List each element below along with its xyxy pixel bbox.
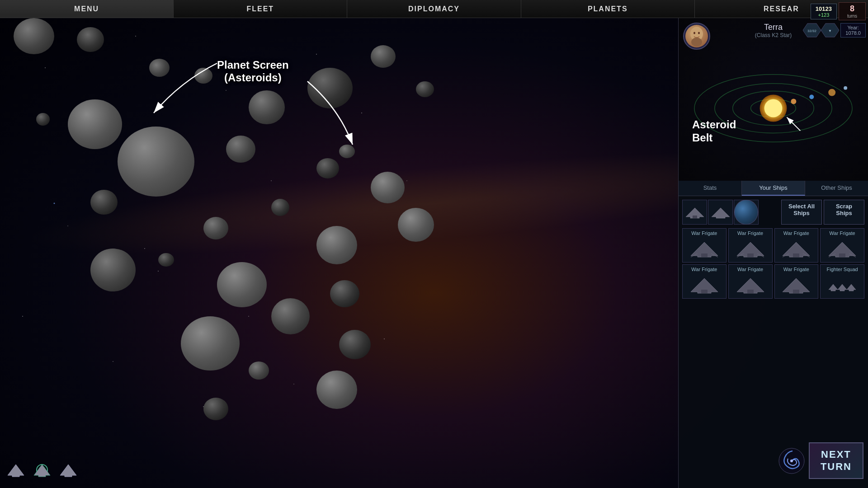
asteroid <box>371 172 405 203</box>
turns-label: turns <box>844 14 861 19</box>
ship-card-img-8 <box>824 274 860 296</box>
ship-card-name-7: War Frigate <box>777 267 816 272</box>
asteroid <box>371 45 396 68</box>
tabs-bar: Stats Your Ships Other Ships <box>679 181 868 196</box>
next-turn-line2: TURN <box>821 461 852 473</box>
ship-card-1[interactable]: War Frigate <box>682 228 726 263</box>
svg-rect-22 <box>693 216 697 218</box>
asteroid <box>316 226 357 264</box>
frigate-icon-5 <box>689 276 720 294</box>
asteroid <box>339 330 371 359</box>
tab-stats[interactable]: Stats <box>679 181 742 196</box>
ship-thumb-icon-2 <box>709 206 732 219</box>
frigate-icon-1 <box>689 240 720 258</box>
svg-point-55 <box>790 460 793 462</box>
ship-card-img-5 <box>686 274 722 296</box>
solar-system-view: Terra (Class K2 Star) <box>679 18 868 181</box>
svg-point-15 <box>764 99 783 117</box>
bl-ship-3 <box>57 461 80 479</box>
nav-menu[interactable]: MENU <box>0 0 174 18</box>
globe-thumb[interactable] <box>734 200 759 225</box>
fighter-squad-icon <box>826 276 858 294</box>
ship-thumb-icon-1 <box>684 206 706 219</box>
ship-thumb-2[interactable] <box>708 200 733 225</box>
asteroid <box>36 113 50 126</box>
svg-rect-45 <box>793 290 799 293</box>
asteroid <box>217 262 267 307</box>
ship-card-img-6 <box>732 274 769 296</box>
year-value: 1078.0 <box>845 30 861 36</box>
hud-cluster: 10123 +123 8 turns 32/32 ▼ Year: 1078.0 <box>803 2 866 39</box>
asteroid <box>271 199 289 216</box>
asteroid <box>14 18 54 54</box>
svg-rect-29 <box>747 253 754 257</box>
scrap-ships-button[interactable]: Scrap Ships <box>824 200 864 225</box>
ship-card-name-5: War Frigate <box>684 267 724 272</box>
select-all-button[interactable]: Select All Ships <box>781 200 822 225</box>
svg-point-18 <box>828 89 835 96</box>
ship-card-6[interactable]: War Frigate <box>728 264 773 299</box>
asteroid <box>316 158 339 178</box>
nav-fleet[interactable]: FLEET <box>174 0 347 18</box>
asteroid-belt-label: Asteroid Belt <box>692 118 736 145</box>
ship-card-7[interactable]: War Frigate <box>774 264 819 299</box>
frigate-icon-6 <box>735 276 766 294</box>
tab-other-ships[interactable]: Other Ships <box>805 181 868 196</box>
svg-marker-46 <box>829 284 838 291</box>
asteroid <box>249 361 269 380</box>
asteroid <box>330 280 359 307</box>
asteroid <box>149 59 170 77</box>
bl-ship-icon-3 <box>59 463 77 477</box>
bl-ship-icon-1 <box>7 463 25 477</box>
frigate-icon-4 <box>826 240 858 258</box>
ship-card-img-7 <box>778 274 814 296</box>
action-row: Select All Ships Scrap Ships <box>682 200 864 225</box>
svg-text:▼: ▼ <box>828 29 832 33</box>
ship-card-2[interactable]: War Frigate <box>728 228 773 263</box>
credits-value: 10123 <box>816 5 832 12</box>
next-turn-button[interactable]: NEXT TURN <box>809 442 863 479</box>
ship-card-4[interactable]: War Frigate <box>820 228 864 263</box>
ships-grid: War Frigate War Frigate <box>682 228 864 299</box>
svg-rect-43 <box>747 290 754 293</box>
asteroid <box>90 190 118 215</box>
svg-rect-37 <box>839 253 845 257</box>
asteroid <box>316 371 357 409</box>
next-turn-area: NEXT TURN <box>778 442 863 479</box>
bottom-left-ships <box>5 461 80 479</box>
year-display: Year: 1078.0 <box>840 23 866 38</box>
bl-ship-2 <box>31 461 53 479</box>
ship-thumb-1[interactable] <box>682 200 707 225</box>
svg-marker-47 <box>838 284 847 291</box>
turns-value: 8 <box>844 4 861 14</box>
svg-marker-49 <box>8 465 24 477</box>
asteroid <box>90 249 136 291</box>
asteroid <box>68 99 122 149</box>
nav-diplomacy[interactable]: DIPLOMACY <box>347 0 521 18</box>
ship-thumbnails <box>682 200 779 225</box>
income-value: +123 <box>816 12 832 18</box>
svg-text:32/32: 32/32 <box>807 29 817 33</box>
frigate-icon-2 <box>735 240 766 258</box>
ship-card-img-3 <box>778 238 814 260</box>
asteroid <box>226 136 255 163</box>
asteroid <box>194 68 212 84</box>
svg-rect-33 <box>793 253 799 257</box>
asteroid <box>249 90 285 124</box>
top-nav: MENU FLEET DIPLOMACY PLANETS RESEAR <box>0 0 868 18</box>
ship-card-8[interactable]: Fighter Squad <box>820 264 864 299</box>
ships-area: Select All Ships Scrap Ships War Frigate <box>679 196 868 302</box>
ship-card-name-6: War Frigate <box>731 267 770 272</box>
ship-card-5[interactable]: War Frigate <box>682 264 726 299</box>
tab-your-ships[interactable]: Your Ships <box>742 181 805 196</box>
asteroid <box>339 145 355 158</box>
asteroid <box>181 316 240 371</box>
solar-system-svg <box>679 18 868 180</box>
svg-point-19 <box>844 86 847 90</box>
ship-card-img-1 <box>686 238 722 260</box>
nav-planets[interactable]: PLANETS <box>521 0 695 18</box>
asteroid <box>203 398 228 420</box>
ship-card-3[interactable]: War Frigate <box>774 228 819 263</box>
ship-card-img-4 <box>824 238 860 260</box>
ship-card-img-2 <box>732 238 769 260</box>
